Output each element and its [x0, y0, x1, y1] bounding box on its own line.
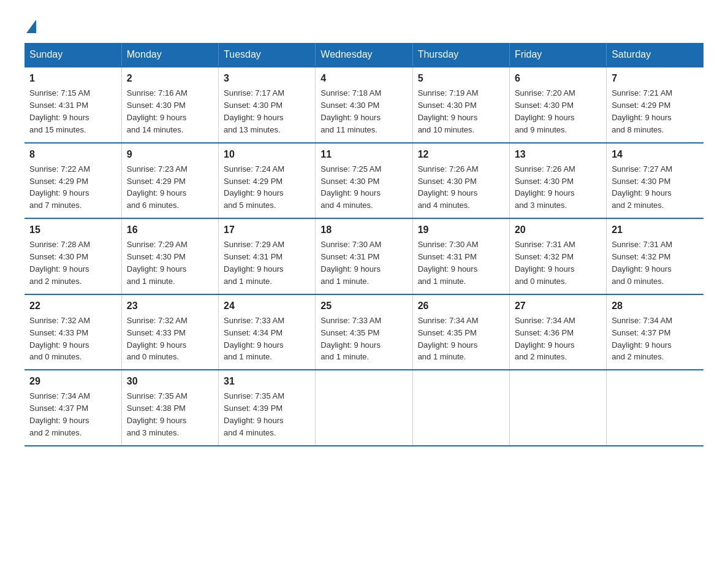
day-info: Sunrise: 7:16 AMSunset: 4:30 PMDaylight:… — [127, 88, 188, 134]
day-number: 17 — [224, 223, 310, 237]
calendar-cell: 21Sunrise: 7:31 AMSunset: 4:32 PMDayligh… — [607, 218, 703, 294]
day-info: Sunrise: 7:33 AMSunset: 4:34 PMDaylight:… — [224, 316, 284, 362]
calendar-week-row: 1Sunrise: 7:15 AMSunset: 4:31 PMDaylight… — [25, 67, 703, 143]
day-info: Sunrise: 7:31 AMSunset: 4:32 PMDaylight:… — [515, 240, 575, 286]
calendar-cell: 19Sunrise: 7:30 AMSunset: 4:31 PMDayligh… — [412, 218, 509, 294]
calendar-cell: 10Sunrise: 7:24 AMSunset: 4:29 PMDayligh… — [219, 143, 316, 219]
day-info: Sunrise: 7:15 AMSunset: 4:31 PMDaylight:… — [29, 88, 90, 134]
calendar-cell: 22Sunrise: 7:32 AMSunset: 4:33 PMDayligh… — [25, 294, 121, 370]
calendar-cell: 11Sunrise: 7:25 AMSunset: 4:30 PMDayligh… — [316, 143, 412, 219]
day-info: Sunrise: 7:26 AMSunset: 4:30 PMDaylight:… — [418, 164, 479, 210]
day-number: 30 — [127, 374, 213, 388]
calendar-cell: 2Sunrise: 7:16 AMSunset: 4:30 PMDaylight… — [121, 67, 218, 143]
day-info: Sunrise: 7:23 AMSunset: 4:29 PMDaylight:… — [127, 164, 188, 210]
calendar-cell: 29Sunrise: 7:34 AMSunset: 4:37 PMDayligh… — [25, 370, 121, 446]
day-number: 20 — [515, 223, 601, 237]
calendar-cell: 16Sunrise: 7:29 AMSunset: 4:30 PMDayligh… — [121, 218, 218, 294]
calendar-cell — [316, 370, 412, 446]
day-info: Sunrise: 7:18 AMSunset: 4:30 PMDaylight:… — [320, 88, 381, 134]
day-number: 6 — [515, 71, 601, 85]
day-number: 5 — [418, 71, 504, 85]
page-header — [25, 18, 703, 31]
day-number: 31 — [224, 374, 310, 388]
day-number: 21 — [612, 223, 699, 237]
calendar-cell: 17Sunrise: 7:29 AMSunset: 4:31 PMDayligh… — [219, 218, 316, 294]
day-info: Sunrise: 7:35 AMSunset: 4:38 PMDaylight:… — [127, 391, 188, 437]
day-number: 1 — [29, 71, 116, 85]
calendar-cell: 5Sunrise: 7:19 AMSunset: 4:30 PMDaylight… — [412, 67, 509, 143]
calendar-week-row: 29Sunrise: 7:34 AMSunset: 4:37 PMDayligh… — [25, 370, 703, 446]
logo-triangle-icon — [26, 20, 36, 33]
day-number: 10 — [224, 147, 310, 161]
day-number: 18 — [320, 223, 407, 237]
header-friday: Friday — [509, 43, 606, 67]
calendar-table: SundayMondayTuesdayWednesdayThursdayFrid… — [25, 43, 703, 446]
day-info: Sunrise: 7:29 AMSunset: 4:30 PMDaylight:… — [127, 240, 188, 286]
day-number: 25 — [320, 299, 407, 313]
calendar-cell — [412, 370, 509, 446]
day-number: 14 — [612, 147, 699, 161]
day-info: Sunrise: 7:25 AMSunset: 4:30 PMDaylight:… — [320, 164, 381, 210]
day-number: 24 — [224, 299, 310, 313]
day-info: Sunrise: 7:24 AMSunset: 4:29 PMDaylight:… — [224, 164, 284, 210]
day-info: Sunrise: 7:19 AMSunset: 4:30 PMDaylight:… — [418, 88, 479, 134]
calendar-cell: 31Sunrise: 7:35 AMSunset: 4:39 PMDayligh… — [219, 370, 316, 446]
calendar-cell — [509, 370, 606, 446]
calendar-cell: 14Sunrise: 7:27 AMSunset: 4:30 PMDayligh… — [607, 143, 703, 219]
header-wednesday: Wednesday — [316, 43, 412, 67]
calendar-cell: 1Sunrise: 7:15 AMSunset: 4:31 PMDaylight… — [25, 67, 121, 143]
header-monday: Monday — [121, 43, 218, 67]
header-thursday: Thursday — [412, 43, 509, 67]
calendar-cell: 6Sunrise: 7:20 AMSunset: 4:30 PMDaylight… — [509, 67, 606, 143]
calendar-cell: 27Sunrise: 7:34 AMSunset: 4:36 PMDayligh… — [509, 294, 606, 370]
calendar-week-row: 22Sunrise: 7:32 AMSunset: 4:33 PMDayligh… — [25, 294, 703, 370]
day-info: Sunrise: 7:22 AMSunset: 4:29 PMDaylight:… — [29, 164, 90, 210]
calendar-cell: 30Sunrise: 7:35 AMSunset: 4:38 PMDayligh… — [121, 370, 218, 446]
day-info: Sunrise: 7:34 AMSunset: 4:37 PMDaylight:… — [29, 391, 90, 437]
calendar-cell: 12Sunrise: 7:26 AMSunset: 4:30 PMDayligh… — [412, 143, 509, 219]
day-number: 26 — [418, 299, 504, 313]
calendar-cell: 15Sunrise: 7:28 AMSunset: 4:30 PMDayligh… — [25, 218, 121, 294]
day-number: 12 — [418, 147, 504, 161]
day-number: 4 — [320, 71, 407, 85]
day-info: Sunrise: 7:29 AMSunset: 4:31 PMDaylight:… — [224, 240, 284, 286]
day-info: Sunrise: 7:32 AMSunset: 4:33 PMDaylight:… — [127, 316, 188, 362]
day-number: 11 — [320, 147, 407, 161]
day-info: Sunrise: 7:26 AMSunset: 4:30 PMDaylight:… — [515, 164, 575, 210]
day-info: Sunrise: 7:21 AMSunset: 4:29 PMDaylight:… — [612, 88, 672, 134]
calendar-cell: 8Sunrise: 7:22 AMSunset: 4:29 PMDaylight… — [25, 143, 121, 219]
day-info: Sunrise: 7:28 AMSunset: 4:30 PMDaylight:… — [29, 240, 90, 286]
day-number: 23 — [127, 299, 213, 313]
day-number: 8 — [29, 147, 116, 161]
day-number: 2 — [127, 71, 213, 85]
day-number: 27 — [515, 299, 601, 313]
calendar-week-row: 8Sunrise: 7:22 AMSunset: 4:29 PMDaylight… — [25, 143, 703, 219]
day-info: Sunrise: 7:17 AMSunset: 4:30 PMDaylight:… — [224, 88, 284, 134]
day-number: 19 — [418, 223, 504, 237]
day-info: Sunrise: 7:27 AMSunset: 4:30 PMDaylight:… — [612, 164, 672, 210]
calendar-cell: 4Sunrise: 7:18 AMSunset: 4:30 PMDaylight… — [316, 67, 412, 143]
day-info: Sunrise: 7:35 AMSunset: 4:39 PMDaylight:… — [224, 391, 284, 437]
day-info: Sunrise: 7:33 AMSunset: 4:35 PMDaylight:… — [320, 316, 381, 362]
day-number: 9 — [127, 147, 213, 161]
calendar-cell: 18Sunrise: 7:30 AMSunset: 4:31 PMDayligh… — [316, 218, 412, 294]
calendar-cell: 20Sunrise: 7:31 AMSunset: 4:32 PMDayligh… — [509, 218, 606, 294]
calendar-header-row: SundayMondayTuesdayWednesdayThursdayFrid… — [25, 43, 703, 67]
calendar-cell: 25Sunrise: 7:33 AMSunset: 4:35 PMDayligh… — [316, 294, 412, 370]
day-info: Sunrise: 7:34 AMSunset: 4:36 PMDaylight:… — [515, 316, 575, 362]
day-number: 29 — [29, 374, 116, 388]
day-info: Sunrise: 7:34 AMSunset: 4:37 PMDaylight:… — [612, 316, 672, 362]
day-number: 7 — [612, 71, 699, 85]
day-number: 13 — [515, 147, 601, 161]
calendar-cell: 28Sunrise: 7:34 AMSunset: 4:37 PMDayligh… — [607, 294, 703, 370]
calendar-cell: 23Sunrise: 7:32 AMSunset: 4:33 PMDayligh… — [121, 294, 218, 370]
day-number: 28 — [612, 299, 699, 313]
day-info: Sunrise: 7:30 AMSunset: 4:31 PMDaylight:… — [418, 240, 479, 286]
day-number: 3 — [224, 71, 310, 85]
calendar-week-row: 15Sunrise: 7:28 AMSunset: 4:30 PMDayligh… — [25, 218, 703, 294]
day-info: Sunrise: 7:31 AMSunset: 4:32 PMDaylight:… — [612, 240, 672, 286]
day-info: Sunrise: 7:20 AMSunset: 4:30 PMDaylight:… — [515, 88, 575, 134]
day-info: Sunrise: 7:32 AMSunset: 4:33 PMDaylight:… — [29, 316, 90, 362]
logo — [25, 18, 36, 31]
calendar-cell: 3Sunrise: 7:17 AMSunset: 4:30 PMDaylight… — [219, 67, 316, 143]
